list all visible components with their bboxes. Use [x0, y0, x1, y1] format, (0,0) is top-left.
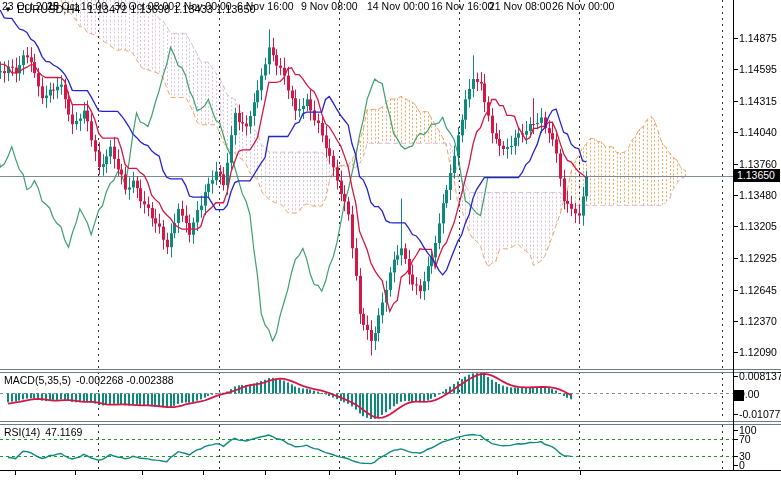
time-axis-label: 25 Oct 16:00 [47, 0, 107, 12]
rsi-axis-label: 0 [739, 460, 745, 471]
time-axis-label: 21 Nov 08:00 [489, 0, 551, 12]
price-axis-label: 1.13205 [739, 221, 777, 232]
macd-axis-label: 0.008137 [739, 371, 781, 382]
time-axis-label: 2 Nov 00:00 [175, 0, 232, 12]
chart-canvas[interactable] [0, 0, 781, 494]
rsi-axis-label: 70 [739, 434, 751, 445]
price-axis-label: 1.13480 [739, 190, 777, 201]
price-axis-label: 1.14040 [739, 127, 777, 138]
price-axis-label: 1.14875 [739, 33, 777, 44]
rsi-indicator-name: RSI(14) [4, 426, 40, 438]
time-axis-label: 16 Nov 16:00 [431, 0, 493, 12]
time-axis-label: 30 Oct 08:00 [114, 0, 174, 12]
macd-indicator-values: -0.002268 -0.002388 [76, 374, 174, 386]
price-axis-label: 1.12370 [739, 316, 777, 327]
time-axis-label: 6 Nov 16:00 [237, 0, 294, 12]
macd-indicator-name: MACD(5,35,5) [4, 374, 71, 386]
price-axis-label: 1.14595 [739, 64, 777, 75]
time-axis-label: 9 Nov 08:00 [301, 0, 358, 12]
time-axis-label: 26 Nov 00:00 [552, 0, 614, 12]
price-axis-label: 1.12645 [739, 285, 777, 296]
price-axis-label: 1.12925 [739, 253, 777, 264]
mt4-chart-window: ▼EURUSD,H41.13472 1.13698 1.13433 1.1365… [0, 0, 781, 494]
rsi-indicator-value: 47.1169 [45, 426, 82, 438]
current-price-badge: 1.13650 [734, 169, 780, 182]
price-axis-label: 1.12090 [739, 347, 777, 358]
macd-panel-label: MACD(5,35,5)-0.002268 -0.002388 [4, 374, 174, 386]
rsi-panel-label: RSI(14)47.1169 [4, 426, 82, 438]
macd-axis-label: -0.010778 [739, 409, 781, 420]
price-axis-label: 1.14315 [739, 96, 777, 107]
time-axis-label: 14 Nov 00:00 [367, 0, 429, 12]
price-axis-label: 1.13760 [739, 159, 777, 170]
macd-axis-label: 0.00 [739, 389, 759, 400]
